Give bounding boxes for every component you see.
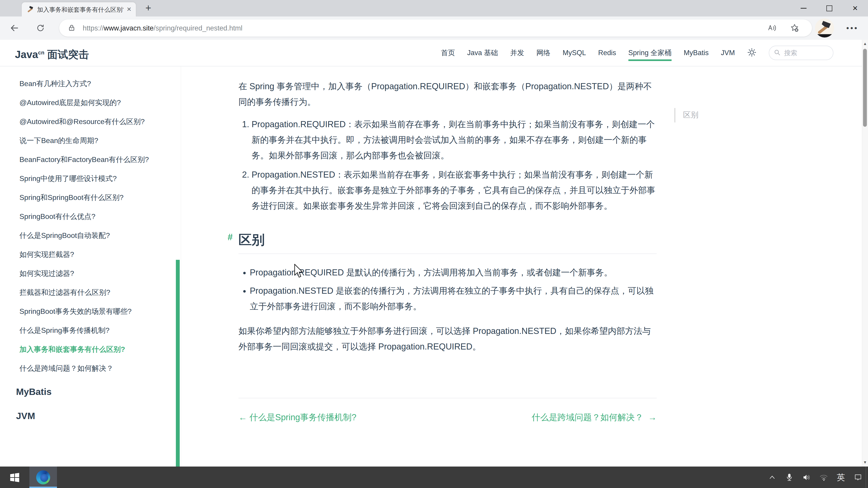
search-box[interactable] xyxy=(769,46,833,60)
bullet-item: Propagation.REQUIRED 是默认的传播行为，方法调用将加入当前事… xyxy=(250,265,657,281)
sidebar-item[interactable]: Bean有几种注入方式? xyxy=(0,74,181,93)
search-input[interactable] xyxy=(784,49,818,57)
system-tray: 英 xyxy=(767,466,863,488)
maximize-icon xyxy=(827,5,832,11)
nav-item-java-basics[interactable]: Java 基础 xyxy=(467,48,498,57)
section-heading: #区别 xyxy=(239,232,657,254)
sidebar-item[interactable]: SpringBoot有什么优点? xyxy=(0,207,181,226)
address-bar[interactable]: https://www.javacn.site/spring/required_… xyxy=(59,20,812,37)
tray-ime-indicator[interactable]: 英 xyxy=(836,470,846,484)
tab-close-icon[interactable]: ✕ xyxy=(125,5,133,13)
tray-microphone-icon[interactable] xyxy=(784,470,794,484)
taskbar: 英 xyxy=(0,466,868,488)
browser-tab[interactable]: 加入事务和嵌套事务有什么区别? ✕ xyxy=(22,2,136,17)
page-scrollbar[interactable]: ▲ ▼ xyxy=(862,40,868,466)
window-maximize-button[interactable] xyxy=(816,0,842,17)
tray-volume-icon[interactable] xyxy=(802,470,811,484)
article-ordered-list: Propagation.REQUIRED：表示如果当前存在事务，则在当前事务中执… xyxy=(239,117,657,214)
ordered-list-item: Propagation.NESTED：表示如果当前存在事务，则在嵌套事务中执行；… xyxy=(252,167,657,214)
logo-main: Java xyxy=(15,48,38,60)
favorite-add-icon[interactable] xyxy=(790,23,799,34)
sidebar: Bean有几种注入方式? @Autowired底层是如何实现的? @Autowi… xyxy=(0,66,181,466)
prev-page-link[interactable]: ← 什么是Spring事务传播机制? xyxy=(239,410,356,425)
url-path: /spring/required_nested.html xyxy=(154,24,243,32)
url-host: www.javacn.site xyxy=(104,24,154,32)
sidebar-list: Bean有几种注入方式? @Autowired底层是如何实现的? @Autowi… xyxy=(0,74,181,378)
ordered-list-item: Propagation.REQUIRED：表示如果当前存在事务，则在当前事务中执… xyxy=(252,117,657,163)
url-scheme: https:// xyxy=(83,24,104,32)
minimize-icon xyxy=(801,8,807,8)
browser-tab-strip: 加入事务和嵌套事务有什么区别? ✕ + ✕ xyxy=(0,0,868,17)
hammer-favicon-icon xyxy=(26,5,34,13)
sidebar-item[interactable]: 什么是Spring事务传播机制? xyxy=(0,321,181,340)
tab-title: 加入事务和嵌套事务有什么区别? xyxy=(37,6,123,13)
toc-link[interactable]: 区别 xyxy=(683,110,699,120)
sidebar-item[interactable]: Spring中使用了哪些设计模式? xyxy=(0,169,181,188)
sidebar-item[interactable]: 说一下Bean的生命周期? xyxy=(0,131,181,150)
nav-item-concurrency[interactable]: 并发 xyxy=(510,48,524,57)
next-page-link[interactable]: 什么是跨域问题？如何解决？ → xyxy=(532,410,657,425)
nav-item-network[interactable]: 网络 xyxy=(536,48,550,57)
sidebar-item[interactable]: 如何实现过滤器? xyxy=(0,264,181,283)
sidebar-item[interactable]: 什么是跨域问题？如何解决？ xyxy=(0,359,181,378)
nav-item-mysql[interactable]: MySQL xyxy=(563,48,586,57)
browser-toolbar: https://www.javacn.site/spring/required_… xyxy=(0,17,868,40)
url-text: https://www.javacn.site/spring/required_… xyxy=(83,24,242,32)
bullet-item: Propagation.NESTED 是嵌套的传播行为，方法调用将在独立的子事务… xyxy=(250,283,657,314)
tray-wifi-icon[interactable] xyxy=(819,470,829,484)
sidebar-item[interactable]: @Autowired和@Resource有什么区别? xyxy=(0,112,181,131)
heading-anchor-icon[interactable]: # xyxy=(228,229,232,245)
sidebar-item[interactable]: 如何实现拦截器? xyxy=(0,245,181,264)
scroll-up-icon[interactable]: ▲ xyxy=(862,41,868,46)
next-arrow-icon: → xyxy=(648,413,657,422)
window-minimize-button[interactable] xyxy=(791,0,816,17)
refresh-button[interactable] xyxy=(36,23,45,34)
lock-icon xyxy=(68,24,75,33)
window-close-button[interactable]: ✕ xyxy=(842,0,868,17)
screen: 加入事务和嵌套事务有什么区别? ✕ + ✕ xyxy=(0,0,868,488)
logo-rest: 面试突击 xyxy=(44,48,89,60)
sidebar-item[interactable]: SpringBoot事务失效的场景有哪些? xyxy=(0,302,181,321)
top-nav: 首页 Java 基础 并发 网络 MySQL Redis Spring 全家桶 … xyxy=(441,40,833,66)
sidebar-item[interactable]: 什么是SpringBoot自动装配? xyxy=(0,226,181,245)
prev-label: 什么是Spring事务传播机制? xyxy=(250,413,356,422)
article-conclusion: 如果你希望内部方法能够独立于外部事务进行回滚，可以选择 Propagation.… xyxy=(239,323,657,355)
show-desktop-button[interactable] xyxy=(866,466,868,488)
sidebar-item[interactable]: 拦截器和过滤器有什么区别? xyxy=(0,283,181,302)
page-nav: ← 什么是Spring事务传播机制? 什么是跨域问题？如何解决？ → xyxy=(239,398,657,425)
back-button[interactable] xyxy=(9,23,20,34)
mouse-cursor xyxy=(294,264,303,279)
site-header: Javacn 面试突击 首页 Java 基础 并发 网络 MySQL Redis… xyxy=(0,40,862,66)
site-logo[interactable]: Javacn 面试突击 xyxy=(15,46,89,61)
nav-item-redis[interactable]: Redis xyxy=(598,48,616,57)
logo-sup: cn xyxy=(38,50,44,56)
close-icon: ✕ xyxy=(852,5,858,12)
ime-language-label: 英 xyxy=(837,470,845,484)
start-button[interactable] xyxy=(0,466,29,488)
new-tab-button[interactable]: + xyxy=(143,3,154,13)
tray-chevron-up-icon[interactable] xyxy=(767,470,777,484)
sidebar-section-jvm[interactable]: JVM xyxy=(0,402,181,426)
sidebar-item[interactable]: BeanFactory和FactoryBean有什么区别? xyxy=(0,150,181,169)
search-icon xyxy=(774,49,780,57)
taskbar-edge-button[interactable] xyxy=(29,466,57,488)
theme-toggle-sun-icon[interactable] xyxy=(747,48,756,58)
profile-avatar[interactable] xyxy=(815,19,834,37)
read-aloud-icon[interactable] xyxy=(767,23,777,34)
more-menu-icon[interactable]: ••• xyxy=(846,22,859,35)
heading-text: 区别 xyxy=(239,232,265,247)
sidebar-section-mybatis[interactable]: MyBatis xyxy=(0,378,181,402)
tray-action-center-icon[interactable] xyxy=(853,470,863,484)
sidebar-item-active[interactable]: 加入事务和嵌套事务有什么区别? xyxy=(0,340,181,359)
sidebar-scrollbar-thumb[interactable] xyxy=(176,260,180,466)
nav-item-home[interactable]: 首页 xyxy=(441,48,455,57)
sidebar-item[interactable]: @Autowired底层是如何实现的? xyxy=(0,93,181,112)
nav-item-mybatis[interactable]: MyBatis xyxy=(684,48,709,57)
scroll-down-icon[interactable]: ▼ xyxy=(862,460,868,465)
edge-active-indicator xyxy=(29,487,57,488)
nav-item-jvm[interactable]: JVM xyxy=(721,48,735,57)
scrollbar-thumb[interactable] xyxy=(863,49,867,127)
nav-item-spring[interactable]: Spring 全家桶 xyxy=(628,48,672,57)
toc-marker-line xyxy=(674,108,675,123)
sidebar-item[interactable]: Spring和SpringBoot有什么区别? xyxy=(0,188,181,207)
